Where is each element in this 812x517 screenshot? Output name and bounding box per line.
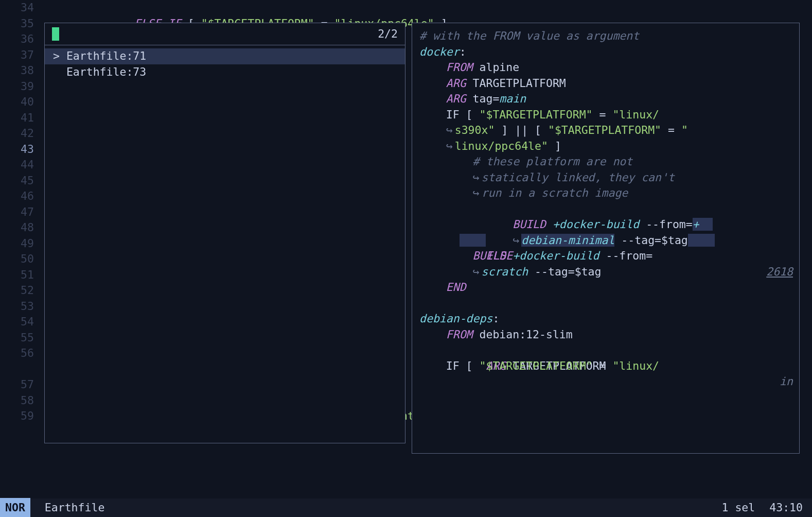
line-number: 44 [0, 157, 41, 173]
line-number: 43 [0, 142, 41, 158]
line-number: 46 [0, 188, 41, 204]
line-number-gutter: 3435363738394041424344454647484950515253… [0, 0, 41, 498]
line-number: 54 [0, 314, 41, 330]
wrap-icon: ↪ [446, 124, 455, 136]
comment: # with the FROM value as argument [419, 29, 639, 42]
status-line: NOR Earthfile 1 sel 43:10 [0, 498, 812, 517]
picker-match-count: 2/2 [378, 26, 398, 42]
target-docker: docker [419, 45, 460, 58]
wrap-icon: ↪ [446, 140, 455, 152]
picker-result[interactable]: > Earthfile:71 [45, 48, 405, 64]
target-debian-deps: debian-deps [419, 312, 492, 325]
picker-search[interactable]: 2/2 [45, 23, 405, 45]
line-number: 53 [0, 299, 41, 315]
wrap-icon: ↪ [473, 186, 482, 199]
wrap-icon: ↪ [473, 265, 482, 278]
picker-panel[interactable]: 2/2 > Earthfile:71 Earthfile:73 [44, 23, 405, 443]
line-number: 39 [0, 79, 41, 95]
line-number [0, 361, 41, 377]
line-number: 55 [0, 330, 41, 346]
editor-viewport: 3435363738394041424344454647484950515253… [0, 0, 812, 517]
line-number: 57 [0, 377, 41, 393]
line-number: 47 [0, 204, 41, 220]
line-number: 40 [0, 94, 41, 110]
editor-mode: NOR [0, 498, 30, 517]
line-number: 37 [0, 47, 41, 63]
wrap-icon: ↪ [473, 171, 482, 184]
picker-results[interactable]: > Earthfile:71 Earthfile:73 [45, 45, 405, 80]
line-number: 56 [0, 346, 41, 361]
line-number: 38 [0, 63, 41, 79]
line-number: 45 [0, 173, 41, 189]
line-number: 48 [0, 220, 41, 236]
line-number: 36 [0, 31, 41, 47]
text-cursor [52, 27, 59, 41]
line-number: 49 [0, 236, 41, 252]
line-number: 58 [0, 393, 41, 409]
line-number: 41 [0, 110, 41, 126]
line-number: 35 [0, 16, 41, 32]
line-number: 51 [0, 267, 41, 283]
line-number: 50 [0, 251, 41, 267]
line-number: 34 [0, 0, 41, 16]
preview-panel: # with the FROM value as argument docker… [412, 23, 800, 454]
inlay-hint: in [780, 374, 793, 390]
status-selection-count: 1 sel [722, 500, 755, 516]
status-cursor-position: 43:10 [769, 500, 803, 516]
line-number: 59 [0, 408, 41, 424]
code-line[interactable]: ELSE IF [ "$TARGETPLATFORM" = "linux/ppc… [41, 0, 812, 16]
line-number: 42 [0, 126, 41, 142]
picker-result[interactable]: Earthfile:73 [45, 64, 405, 80]
line-number: 52 [0, 283, 41, 299]
status-file-name: Earthfile [45, 500, 105, 516]
